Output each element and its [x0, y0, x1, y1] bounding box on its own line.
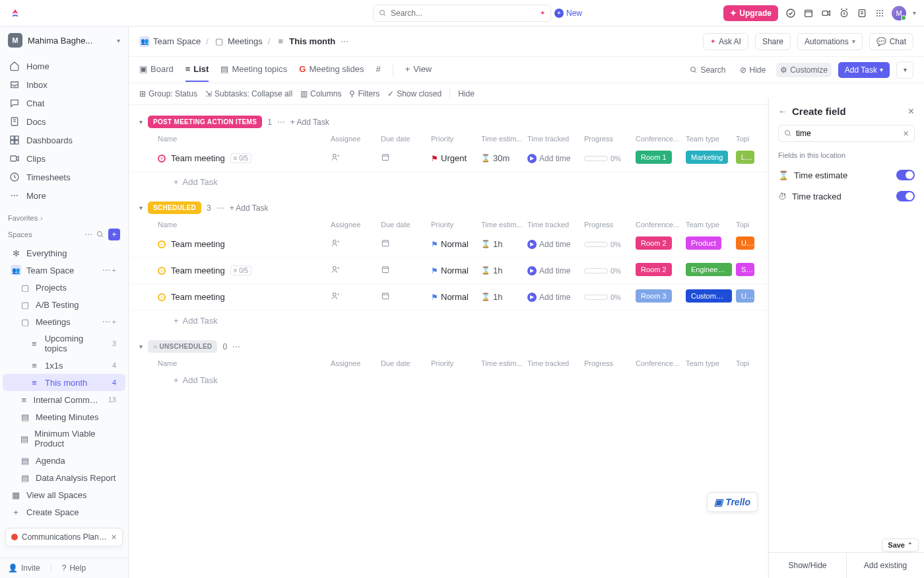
status-dot-icon[interactable]	[158, 240, 166, 248]
search-input[interactable]	[391, 9, 536, 18]
status-dot-icon[interactable]	[158, 267, 166, 275]
user-avatar[interactable]: M	[892, 6, 906, 20]
nav-timesheets[interactable]: Timesheets	[5, 168, 123, 186]
upgrade-button[interactable]: ✦ Upgrade	[723, 5, 778, 21]
spaces-more-icon[interactable]: ⋯	[84, 230, 92, 239]
check-circle-icon[interactable]	[785, 7, 796, 18]
trello-integration-pill[interactable]: ▣ Trello	[707, 492, 758, 512]
time-tracked-value[interactable]: Add time	[539, 240, 570, 249]
subtask-badge[interactable]: ≡ 0/5	[230, 153, 252, 163]
add-assignee-icon[interactable]	[331, 265, 340, 274]
invite-button[interactable]: 👤Invite	[8, 563, 40, 573]
nav-clips[interactable]: Clips	[5, 149, 123, 168]
sidebar-folder-ab[interactable]: ▢A/B Testing	[3, 296, 125, 313]
tab-slides[interactable]: GMeeting slides	[299, 57, 364, 82]
spaces-search-icon[interactable]	[96, 231, 104, 238]
status-pill[interactable]: ○ UNSCHEDULED	[148, 340, 217, 353]
nav-chat[interactable]: Chat	[5, 94, 123, 112]
ai-sparkle-icon[interactable]: ✦	[540, 9, 545, 17]
video-icon[interactable]	[820, 7, 832, 18]
add-existing-button[interactable]: Add existing	[846, 553, 924, 578]
field-option[interactable]: ⌛Time estimate	[769, 164, 924, 186]
calendar-icon[interactable]	[381, 291, 390, 301]
close-icon[interactable]: ✕	[111, 533, 117, 542]
sidebar-doc-minutes[interactable]: ▤Meeting Minutes	[3, 408, 125, 425]
filters-button[interactable]: ⚲Filters	[349, 89, 380, 98]
reminder-toast[interactable]: Communications Plan Wh... ✕	[5, 528, 123, 546]
flag-icon[interactable]: ⚑	[431, 154, 438, 163]
group-more-icon[interactable]: ⋯	[232, 342, 240, 351]
new-button[interactable]: + New	[554, 9, 582, 18]
sidebar-doc-mvp[interactable]: ▤Minimum Viable Product	[3, 425, 125, 452]
hide-filters-button[interactable]: Hide	[458, 89, 475, 98]
topic-tag[interactable]: Up	[736, 236, 754, 250]
group-add-task[interactable]: + Add Task	[230, 203, 269, 213]
field-search[interactable]: ✕	[778, 125, 915, 142]
sidebar-folder-meetings[interactable]: ▢Meetings⋯ +	[3, 313, 125, 330]
help-button[interactable]: ?Help	[62, 563, 86, 573]
calendar-icon[interactable]	[803, 7, 814, 18]
group-add-task[interactable]: + Add Task	[290, 118, 329, 127]
team-space-more-icon[interactable]: ⋯	[102, 266, 110, 275]
field-search-input[interactable]	[796, 129, 899, 138]
global-search[interactable]: ✦	[373, 5, 551, 22]
time-tracked-value[interactable]: Add time	[539, 266, 570, 275]
sidebar-doc-report[interactable]: ▤Data Analysis Report	[3, 469, 125, 486]
breadcrumb-current[interactable]: ≡This month	[275, 36, 335, 47]
topic-tag[interactable]: Lan	[736, 151, 754, 164]
time-tracked-value[interactable]: Add time	[539, 293, 570, 302]
apps-grid-icon[interactable]	[874, 7, 885, 18]
meetings-add-icon[interactable]: +	[112, 318, 116, 326]
show-closed-button[interactable]: ✓Show closed	[387, 89, 442, 98]
nav-inbox[interactable]: Inbox	[5, 75, 123, 94]
sidebar-list-1x1s[interactable]: ≡1x1s4	[3, 357, 125, 374]
team-tag[interactable]: Engineering	[686, 263, 732, 276]
nav-dashboards[interactable]: Dashboards	[5, 131, 123, 149]
flag-icon[interactable]: ⚑	[431, 240, 438, 249]
sidebar-view-all-spaces[interactable]: ▦View all Spaces	[3, 486, 125, 503]
sidebar-folder-projects[interactable]: ▢Projects	[3, 279, 125, 296]
tab-list[interactable]: ≡List	[185, 57, 209, 82]
team-tag[interactable]: Customer ...	[686, 289, 732, 303]
favorites-heading[interactable]: Favorites›	[0, 207, 128, 225]
sidebar-team-space[interactable]: 👥 Team Space ⋯ +	[3, 262, 125, 279]
close-icon[interactable]: ✕	[908, 106, 915, 116]
time-tracked-value[interactable]: Add time	[539, 154, 570, 163]
group-filter[interactable]: ⊞Group: Status	[139, 89, 197, 98]
toggle-switch[interactable]	[896, 191, 915, 201]
meetings-more-icon[interactable]: ⋯	[102, 317, 110, 326]
status-pill[interactable]: SCHEDULED	[148, 201, 201, 214]
calendar-icon[interactable]	[381, 153, 390, 162]
team-tag[interactable]: Product	[686, 236, 721, 250]
status-dot-icon[interactable]	[158, 155, 166, 163]
toggle-switch[interactable]	[896, 170, 915, 180]
breadcrumb-team-space[interactable]: 👥Team Space	[139, 36, 201, 47]
sidebar-list-upcoming[interactable]: ≡Upcoming topics3	[3, 330, 125, 357]
team-tag[interactable]: Marketing	[686, 151, 728, 164]
customize-button[interactable]: ⚙Customize	[776, 63, 832, 77]
sidebar-list-this-month[interactable]: ≡This month4	[3, 374, 125, 391]
workspace-switcher[interactable]: M Mahima Baghe... ▾	[0, 26, 128, 54]
sidebar-doc-agenda[interactable]: ▤Agenda	[3, 452, 125, 469]
nav-docs[interactable]: Docs	[5, 112, 123, 131]
nav-home[interactable]: Home	[5, 57, 123, 75]
back-icon[interactable]: ←	[778, 106, 787, 116]
sidebar-list-internal[interactable]: ≡Internal Communicati...13	[3, 391, 125, 408]
topic-tag[interactable]: Spr	[736, 263, 754, 276]
app-logo[interactable]	[8, 6, 22, 20]
tab-add-view[interactable]: +View	[405, 57, 432, 82]
calendar-icon[interactable]	[381, 265, 390, 274]
sidebar-everything[interactable]: ✻ Everything	[3, 244, 125, 262]
status-dot-icon[interactable]	[158, 293, 166, 301]
breadcrumb-more-icon[interactable]: ⋯	[341, 37, 348, 46]
play-icon[interactable]: ▶	[527, 266, 537, 275]
subtasks-filter[interactable]: ⇲Subtasks: Collapse all	[205, 89, 292, 98]
clear-icon[interactable]: ✕	[903, 129, 909, 138]
flag-icon[interactable]: ⚑	[431, 266, 438, 275]
breadcrumb-meetings[interactable]: ▢Meetings	[214, 36, 263, 47]
play-icon[interactable]: ▶	[527, 240, 537, 249]
calendar-icon[interactable]	[381, 238, 390, 248]
add-task-button[interactable]: Add Task▾	[838, 62, 890, 78]
notepad-icon[interactable]	[856, 7, 867, 18]
add-assignee-icon[interactable]	[331, 238, 340, 248]
